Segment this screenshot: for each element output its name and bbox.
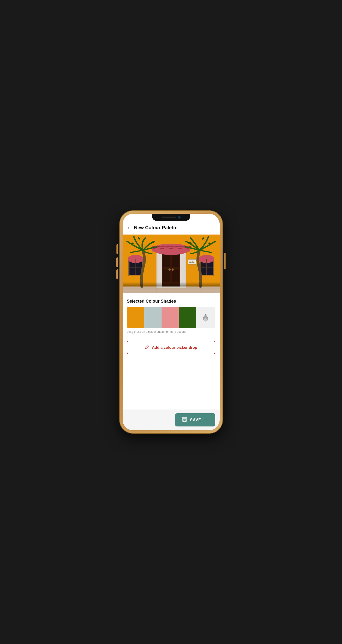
pencil-svg (145, 344, 150, 349)
pencil-icon (145, 344, 150, 350)
colour-palette (127, 307, 215, 328)
svg-rect-17 (172, 255, 179, 267)
drop-svg (201, 313, 210, 322)
svg-rect-18 (163, 270, 170, 282)
svg-rect-36 (122, 282, 220, 286)
photo-area: 28:50 (122, 233, 220, 295)
eyedropper-icon (201, 313, 210, 322)
add-colour-label: Add a colour picker drop (152, 346, 197, 350)
back-button[interactable]: ← (127, 225, 132, 230)
colour-swatch-2[interactable] (144, 307, 162, 328)
colour-picker-slot[interactable] (196, 307, 215, 328)
colour-swatch-4[interactable] (179, 307, 196, 328)
svg-point-21 (171, 268, 174, 270)
svg-point-20 (168, 268, 170, 270)
svg-rect-16 (163, 255, 170, 267)
camera (178, 216, 181, 219)
svg-rect-38 (183, 417, 186, 419)
app-content: ← New Colour Palette (122, 214, 220, 430)
save-svg (182, 417, 187, 422)
save-button[interactable]: SAVE → (175, 413, 215, 426)
save-label: SAVE (190, 418, 201, 422)
scene-svg: 28:50 (122, 233, 220, 295)
colour-swatch-1[interactable] (127, 307, 144, 328)
colour-hint-text: Long press on a colour shade for more op… (127, 330, 215, 334)
header: ← New Colour Palette (122, 222, 220, 233)
save-arrow-icon: → (204, 418, 209, 422)
bottom-bar: SAVE → (122, 410, 220, 430)
page-title: New Colour Palette (134, 225, 178, 230)
add-colour-button[interactable]: Add a colour picker drop (127, 341, 215, 354)
phone-frame: ← New Colour Palette (120, 211, 222, 433)
svg-text:28:50: 28:50 (189, 261, 194, 264)
notch (152, 214, 190, 221)
phone-inner: ← New Colour Palette (122, 214, 220, 430)
svg-rect-40 (184, 420, 186, 421)
save-icon (182, 417, 187, 423)
speaker (162, 216, 176, 218)
colour-section-title: Selected Colour Shades (127, 299, 215, 304)
colour-swatch-3[interactable] (162, 307, 179, 328)
colour-section: Selected Colour Shades (122, 295, 220, 336)
svg-rect-19 (172, 270, 179, 282)
